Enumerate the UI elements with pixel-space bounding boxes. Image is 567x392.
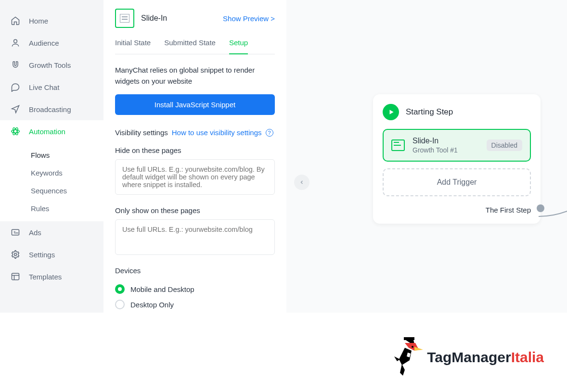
nav-label: Audience	[29, 39, 59, 47]
devices-label: Devices	[115, 266, 275, 275]
nav-label: Growth Tools	[29, 61, 71, 69]
node-title: Starting Step	[406, 107, 453, 117]
add-trigger-button[interactable]: Add Trigger	[383, 168, 531, 196]
radio-mobile-desktop[interactable]: Mobile and Desktop	[115, 281, 275, 297]
nav-growth-tools[interactable]: Growth Tools	[0, 54, 103, 76]
nav-label: Broadcasting	[29, 105, 71, 114]
visibility-link[interactable]: How to use visibility settings	[172, 128, 262, 137]
slidein-icon	[115, 9, 134, 28]
tab-submitted-state[interactable]: Submitted State	[164, 38, 216, 54]
logo-text: TagManagerItalia	[427, 349, 544, 366]
collapse-panel-button[interactable]	[294, 175, 309, 190]
radio-desktop-only[interactable]: Desktop Only	[115, 297, 275, 312]
play-icon	[383, 104, 399, 120]
radio-mobile-only[interactable]: Mobile Only	[115, 312, 275, 313]
connector-line	[539, 207, 567, 226]
config-panel: Slide-In Show Preview > Initial State Su…	[103, 0, 286, 313]
install-snippet-button[interactable]: Install JavaScript Snippet	[115, 94, 275, 115]
nav-settings[interactable]: Settings	[0, 243, 103, 266]
flow-canvas[interactable]: Starting Step Slide-In Growth Tool #1 Di…	[286, 0, 567, 313]
svg-point-5	[14, 253, 17, 256]
nav-sub-keywords[interactable]: Keywords	[0, 164, 103, 182]
nav-templates[interactable]: Templates	[0, 266, 103, 288]
ads-icon	[11, 228, 20, 237]
trigger-title: Slide-In	[412, 137, 479, 145]
sidebar: Home Audience Growth Tools Live Chat Bro…	[0, 0, 103, 313]
show-pages-label: Only show on these pages	[115, 206, 275, 215]
svg-point-1	[12, 130, 20, 133]
trigger-subtitle: Growth Tool #1	[412, 146, 479, 154]
slidein-trigger-icon	[391, 139, 405, 151]
snippet-description: ManyChat relies on global snippet to ren…	[115, 65, 275, 87]
radio-icon	[115, 300, 125, 309]
nav-label: Live Chat	[29, 83, 59, 91]
woodpecker-icon	[390, 336, 424, 379]
svg-rect-6	[12, 273, 19, 279]
trigger-slidein[interactable]: Slide-In Growth Tool #1 Disabled	[383, 129, 531, 162]
help-icon[interactable]: ?	[266, 129, 273, 137]
svg-rect-7	[404, 337, 414, 340]
templates-icon	[11, 272, 20, 281]
nav-home[interactable]: Home	[0, 10, 103, 32]
tab-initial-state[interactable]: Initial State	[115, 38, 151, 54]
tabs: Initial State Submitted State Setup	[115, 38, 275, 54]
nav-label: Ads	[29, 228, 41, 237]
logo: TagManagerItalia	[390, 336, 544, 379]
nav-sub-flows[interactable]: Flows	[0, 146, 103, 164]
radio-icon	[115, 284, 125, 294]
nav-sub-rules[interactable]: Rules	[0, 200, 103, 217]
home-icon	[11, 16, 20, 25]
magnet-icon	[11, 60, 20, 70]
radio-label: Mobile and Desktop	[130, 285, 194, 293]
nav-subitems: Flows Keywords Sequences Rules	[0, 142, 103, 221]
atom-icon	[11, 126, 20, 136]
hide-pages-input[interactable]	[115, 159, 275, 195]
hide-pages-label: Hide on these pages	[115, 146, 275, 154]
nav-ads[interactable]: Ads	[0, 221, 103, 243]
send-icon	[11, 104, 20, 114]
nav-sub-sequences[interactable]: Sequences	[0, 182, 103, 200]
svg-point-8	[412, 346, 413, 348]
show-pages-input[interactable]	[115, 219, 275, 255]
nav-audience[interactable]: Audience	[0, 32, 103, 54]
nav-label: Automation	[29, 127, 65, 136]
tab-setup[interactable]: Setup	[229, 38, 248, 54]
gear-icon	[11, 250, 20, 259]
status-badge: Disabled	[487, 139, 522, 151]
nav-automation[interactable]: Automation	[0, 120, 103, 142]
nav-broadcasting[interactable]: Broadcasting	[0, 98, 103, 120]
user-icon	[11, 38, 20, 48]
first-step-label: The First Step	[383, 206, 531, 214]
panel-title: Slide-In	[141, 14, 167, 23]
nav-live-chat[interactable]: Live Chat	[0, 76, 103, 98]
nav-label: Templates	[29, 273, 62, 281]
nav-label: Home	[29, 17, 48, 25]
nav-label: Settings	[29, 251, 55, 259]
svg-point-0	[14, 39, 17, 43]
visibility-title: Visibility settings	[115, 128, 168, 137]
chat-icon	[11, 82, 20, 92]
radio-label: Desktop Only	[130, 301, 174, 309]
show-preview-link[interactable]: Show Preview >	[223, 14, 275, 23]
starting-step-node[interactable]: Starting Step Slide-In Growth Tool #1 Di…	[373, 94, 541, 224]
